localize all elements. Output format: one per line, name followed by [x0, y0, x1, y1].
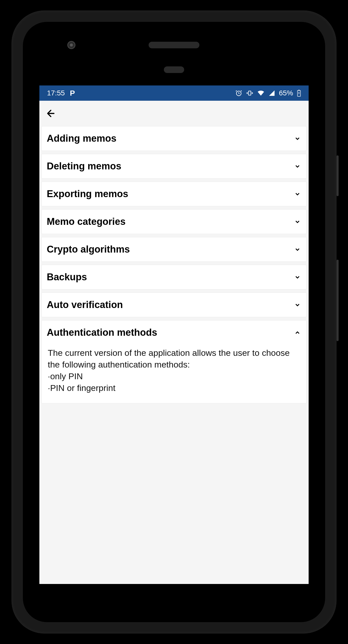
accordion-title: Crypto algorithms: [47, 244, 130, 255]
volume-button: [337, 260, 339, 341]
accordion-item-exporting-memos: Exporting memos: [41, 182, 307, 206]
accordion-title: Backups: [47, 272, 87, 283]
accordion-item-deleting-memos: Deleting memos: [41, 154, 307, 179]
accordion-item-crypto-algorithms: Crypto algorithms: [41, 237, 307, 262]
status-right: 65%: [235, 89, 301, 97]
accordion-header[interactable]: Authentication methods: [42, 320, 306, 345]
phone-sensor: [164, 66, 184, 73]
accordion-body: The current version of the application a…: [42, 345, 306, 403]
phone-screen: 17:55 P 65%: [39, 85, 309, 584]
battery-percent: 65%: [279, 89, 293, 97]
alarm-icon: [235, 90, 242, 97]
svg-rect-3: [298, 90, 300, 90]
accordion-title: Memo categories: [47, 216, 125, 227]
accordion-title: Exporting memos: [47, 188, 128, 199]
android-p-icon: P: [70, 89, 75, 97]
accordion-item-memo-categories: Memo categories: [41, 209, 307, 234]
accordion-list: Adding memos Deleting memos: [39, 126, 309, 403]
phone-frame: 17:55 P 65%: [11, 10, 337, 634]
accordion-header[interactable]: Adding memos: [42, 126, 306, 151]
accordion-header[interactable]: Auto verification: [42, 293, 306, 317]
battery-charging-icon: [297, 90, 301, 97]
status-bar: 17:55 P 65%: [39, 85, 309, 101]
accordion-header[interactable]: Deleting memos: [42, 154, 306, 178]
accordion-header[interactable]: Memo categories: [42, 210, 306, 234]
accordion-item-backups: Backups: [41, 265, 307, 289]
status-left: 17:55 P: [47, 89, 75, 97]
vibrate-icon: [246, 90, 253, 97]
chevron-down-icon: [294, 218, 301, 226]
accordion-header[interactable]: Backups: [42, 265, 306, 289]
accordion-item-auto-verification: Auto verification: [41, 292, 307, 317]
accordion-title: Authentication methods: [47, 327, 157, 338]
accordion-header[interactable]: Crypto algorithms: [42, 237, 306, 261]
front-camera: [67, 41, 75, 49]
chevron-down-icon: [294, 246, 301, 253]
phone-speaker: [149, 42, 199, 48]
back-button[interactable]: [44, 107, 57, 120]
svg-rect-1: [248, 91, 251, 95]
accordion-title: Adding memos: [47, 133, 116, 144]
wifi-icon: [257, 89, 265, 97]
power-button: [337, 155, 339, 196]
chevron-down-icon: [294, 301, 301, 309]
chevron-down-icon: [294, 273, 301, 281]
accordion-title: Auto verification: [47, 299, 123, 310]
chevron-up-icon: [294, 329, 301, 336]
app-toolbar: [39, 101, 309, 126]
phone-bezel: 17:55 P 65%: [23, 22, 325, 622]
chevron-down-icon: [294, 190, 301, 198]
status-time: 17:55: [47, 89, 65, 97]
back-arrow-icon: [45, 108, 56, 119]
chevron-down-icon: [294, 163, 301, 170]
accordion-title: Deleting memos: [47, 161, 121, 172]
cellular-icon: [268, 90, 275, 96]
accordion-item-authentication-methods: Authentication methods The current versi…: [41, 320, 307, 403]
accordion-header[interactable]: Exporting memos: [42, 182, 306, 206]
chevron-down-icon: [294, 135, 301, 142]
accordion-item-adding-memos: Adding memos: [41, 126, 307, 151]
